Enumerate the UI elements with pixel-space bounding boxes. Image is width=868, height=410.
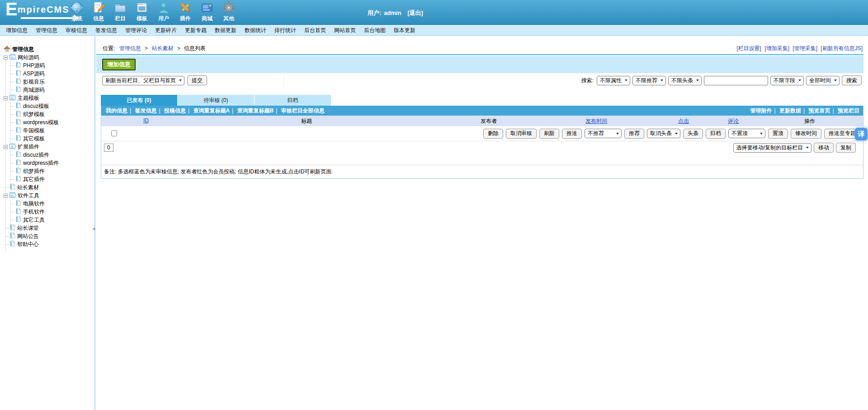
breadcrumb-link-manage-info[interactable]: 管理信息 [119, 45, 141, 51]
column-clicks[interactable]: 点击 [678, 118, 689, 124]
quicklink-add-collection[interactable]: [增加采集] [764, 45, 789, 51]
refresh-button[interactable]: 刷新 [539, 129, 559, 139]
archive-button[interactable]: 归档 [706, 129, 726, 139]
link-duplicate-title-b[interactable]: 查询重复标题B [237, 107, 274, 114]
modify-time-button[interactable]: 修改时间 [791, 129, 821, 139]
nav-item-data-stats[interactable]: 数据统计 [245, 27, 266, 34]
tab-archive[interactable]: 归档 [255, 95, 331, 106]
tree-leaf[interactable]: PHP源码 [10, 61, 94, 70]
tree-leaf[interactable]: 织梦模板 [10, 110, 94, 118]
menu-item-user[interactable]: 用户 [153, 1, 175, 23]
search-field-select[interactable]: 不限字段 [770, 76, 804, 85]
headline-select[interactable]: 取消头条 [647, 129, 680, 138]
column-comments[interactable]: 评论 [728, 118, 739, 124]
link-duplicate-title-a[interactable]: 查询重复标题A [193, 107, 230, 114]
tree-leaf[interactable]: 手机软件 [10, 208, 94, 216]
nav-item-manage-comments[interactable]: 管理评论 [125, 27, 147, 34]
move-button[interactable]: 移动 [814, 143, 834, 153]
translate-badge[interactable]: 译 [855, 128, 868, 140]
collapse-minus-icon[interactable] [4, 145, 8, 149]
tree-leaf[interactable]: 其它模板 [10, 135, 94, 143]
menu-item-template[interactable]: 模板 [131, 1, 153, 23]
menu-item-plugin[interactable]: 插件 [175, 1, 196, 23]
delete-button[interactable]: 删除 [483, 129, 503, 139]
link-submitted-info[interactable]: 投稿信息 [164, 107, 186, 114]
tree-leaf[interactable]: wordpress插件 [10, 159, 94, 167]
sidebar-collapse-handle[interactable] [92, 220, 96, 238]
search-time-select[interactable]: 全部时间 [806, 76, 840, 85]
top-select[interactable]: 不置顶 [728, 129, 765, 138]
collapse-minus-icon[interactable] [4, 194, 8, 198]
tree-leaf[interactable]: discuz模板 [10, 102, 94, 110]
tree-leaf[interactable]: 织梦插件 [10, 167, 94, 175]
column-publish-time[interactable]: 发布时间 [585, 118, 607, 124]
search-keyword-input[interactable] [704, 76, 768, 85]
menu-item-mall[interactable]: 商城 [196, 1, 218, 23]
nav-item-site-home[interactable]: 网站首页 [334, 27, 356, 34]
tree-leaf[interactable]: 其它工具 [10, 216, 94, 224]
collapse-minus-icon[interactable] [4, 96, 8, 100]
tree-node-website-source[interactable]: 网站源码 [4, 53, 94, 61]
collapse-minus-icon[interactable] [4, 56, 8, 60]
tree-leaf[interactable]: 其它插件 [10, 175, 94, 183]
tree-leaf[interactable]: discuz插件 [10, 151, 94, 159]
push-button[interactable]: 推送 [562, 129, 582, 139]
submit-button[interactable]: 提交 [187, 75, 207, 85]
link-update-data[interactable]: 更新数据 [779, 107, 801, 114]
search-attribute-select[interactable]: 不限属性 [597, 76, 630, 85]
tree-root-manage-info[interactable]: 管理信息 [4, 45, 94, 53]
nav-item-sign-info[interactable]: 签发信息 [95, 27, 117, 34]
tree-root-label[interactable]: 管理信息 [12, 46, 34, 53]
select-all-checkbox[interactable] [111, 130, 117, 136]
add-info-button[interactable]: 增加信息 [102, 59, 136, 70]
nav-item-update-topics[interactable]: 更新专题 [185, 27, 207, 34]
tab-pending[interactable]: 待审核 (0) [178, 95, 255, 106]
tree-leaf[interactable]: ASP源码 [10, 70, 94, 78]
tree-leaf[interactable]: 影视音乐 [10, 78, 94, 86]
target-column-select[interactable]: 选择要移动/复制的目标栏目 [733, 143, 811, 153]
quicklink-manage-collection[interactable]: [管理采集] [793, 45, 817, 51]
nav-item-data-update[interactable]: 数据更新 [215, 27, 236, 34]
tree-leaf[interactable]: 电脑软件 [10, 200, 94, 208]
tree-node-theme-templates[interactable]: 主题模板 [4, 94, 94, 102]
link-manage-attachments[interactable]: 管理附件 [750, 107, 772, 114]
logout-link[interactable]: [退出] [407, 9, 423, 16]
copy-button[interactable]: 复制 [836, 143, 856, 153]
tree-node-extension-plugins[interactable]: 扩展插件 [4, 143, 94, 151]
nav-item-ranking-stats[interactable]: 排行统计 [274, 27, 296, 34]
nav-item-admin-map[interactable]: 后台地图 [364, 27, 386, 34]
headline-button[interactable]: 头条 [683, 129, 703, 139]
item-count[interactable]: 0 [104, 144, 113, 152]
recommend-select[interactable]: 不推荐 [585, 129, 622, 138]
tree-leaf[interactable]: wordpress模板 [10, 118, 94, 126]
link-preview-column[interactable]: 预览栏目 [838, 107, 859, 114]
search-headline-select[interactable]: 不限头条 [668, 76, 702, 85]
nav-item-version-update[interactable]: 版本更新 [394, 27, 415, 34]
tree-leaf[interactable]: 帝国模板 [10, 126, 94, 135]
top-button[interactable]: 置顶 [768, 129, 788, 139]
breadcrumb-link-webmaster-materials[interactable]: 站长素材 [151, 45, 173, 51]
search-button[interactable]: 搜索 [842, 75, 862, 85]
nav-item-admin-home[interactable]: 后台首页 [304, 27, 326, 34]
column-id[interactable]: ID [143, 117, 149, 124]
tree-leaf[interactable]: 商城源码 [10, 86, 94, 94]
recommend-button[interactable]: 推荐 [624, 129, 644, 139]
tree-node-webmaster-materials[interactable]: 站长素材 [4, 183, 94, 191]
quicklink-column-settings[interactable]: [栏目设置] [736, 45, 761, 51]
link-my-info[interactable]: 我的信息 [106, 107, 127, 114]
tree-node-help-center[interactable]: 帮助中心 [4, 240, 94, 248]
tab-published[interactable]: 已发布 (0) [101, 95, 178, 106]
nav-item-audit-info[interactable]: 审核信息 [66, 27, 87, 34]
tree-node-webmaster-classroom[interactable]: 站长课堂 [4, 224, 94, 232]
menu-item-other[interactable]: 其他 [218, 1, 240, 23]
refresh-scope-select[interactable]: 刷新当前栏目、父栏目与首页 [102, 76, 184, 85]
cancel-audit-button[interactable]: 取消审核 [506, 129, 537, 139]
quicklink-refresh-all-info-js[interactable]: [刷新所有信息JS] [821, 45, 863, 51]
nav-item-manage-info[interactable]: 管理信息 [36, 27, 57, 34]
link-preview-home[interactable]: 预览首页 [809, 107, 830, 114]
nav-item-update-fragments[interactable]: 更新碎片 [155, 27, 177, 34]
tree-node-site-announcement[interactable]: 网站公告 [4, 232, 94, 240]
menu-item-system[interactable]: 系统 [66, 1, 88, 23]
link-sign-info[interactable]: 签发信息 [135, 107, 156, 114]
link-audit-all-column-info[interactable]: 审核栏目全部信息 [281, 107, 325, 114]
